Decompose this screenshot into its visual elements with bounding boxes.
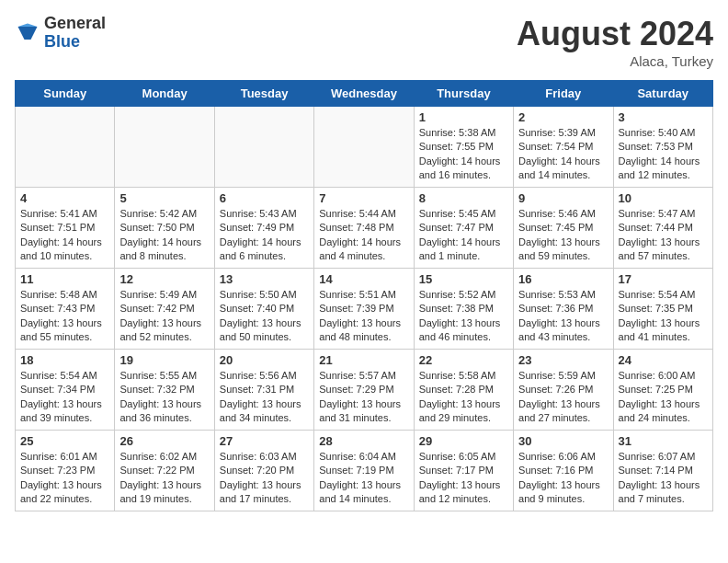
calendar-cell: 29Sunrise: 6:05 AM Sunset: 7:17 PM Dayli… bbox=[414, 431, 513, 511]
calendar-cell: 19Sunrise: 5:55 AM Sunset: 7:32 PM Dayli… bbox=[115, 350, 214, 431]
day-number: 6 bbox=[220, 191, 309, 205]
day-info: Sunrise: 5:39 AM Sunset: 7:54 PM Dayligh… bbox=[518, 126, 608, 183]
day-info: Sunrise: 5:56 AM Sunset: 7:31 PM Dayligh… bbox=[220, 369, 309, 426]
calendar-cell: 27Sunrise: 6:03 AM Sunset: 7:20 PM Dayli… bbox=[214, 431, 313, 511]
calendar-cell: 4Sunrise: 5:41 AM Sunset: 7:51 PM Daylig… bbox=[16, 188, 115, 269]
calendar-cell: 30Sunrise: 6:06 AM Sunset: 7:16 PM Dayli… bbox=[514, 431, 613, 511]
calendar-table: SundayMondayTuesdayWednesdayThursdayFrid… bbox=[15, 80, 713, 511]
day-info: Sunrise: 6:06 AM Sunset: 7:16 PM Dayligh… bbox=[518, 450, 608, 507]
day-info: Sunrise: 5:59 AM Sunset: 7:26 PM Dayligh… bbox=[518, 369, 608, 426]
day-info: Sunrise: 5:55 AM Sunset: 7:32 PM Dayligh… bbox=[119, 369, 209, 426]
calendar-cell bbox=[16, 107, 115, 188]
day-number: 15 bbox=[419, 272, 508, 286]
week-row-4: 18Sunrise: 5:54 AM Sunset: 7:34 PM Dayli… bbox=[16, 350, 713, 431]
weekday-header-saturday: Saturday bbox=[613, 81, 712, 107]
day-number: 27 bbox=[220, 434, 309, 448]
day-info: Sunrise: 5:44 AM Sunset: 7:48 PM Dayligh… bbox=[319, 207, 408, 264]
day-info: Sunrise: 5:38 AM Sunset: 7:55 PM Dayligh… bbox=[419, 126, 508, 183]
day-number: 28 bbox=[319, 434, 408, 448]
day-number: 31 bbox=[619, 434, 708, 448]
day-info: Sunrise: 6:00 AM Sunset: 7:25 PM Dayligh… bbox=[619, 369, 708, 426]
calendar-cell: 26Sunrise: 6:02 AM Sunset: 7:22 PM Dayli… bbox=[115, 431, 214, 511]
day-info: Sunrise: 5:49 AM Sunset: 7:42 PM Dayligh… bbox=[119, 288, 209, 345]
calendar-cell: 20Sunrise: 5:56 AM Sunset: 7:31 PM Dayli… bbox=[214, 350, 313, 431]
day-info: Sunrise: 5:41 AM Sunset: 7:51 PM Dayligh… bbox=[20, 207, 109, 264]
day-number: 20 bbox=[220, 353, 309, 367]
day-number: 24 bbox=[619, 353, 708, 367]
calendar-cell: 18Sunrise: 5:54 AM Sunset: 7:34 PM Dayli… bbox=[16, 350, 115, 431]
day-info: Sunrise: 5:48 AM Sunset: 7:43 PM Dayligh… bbox=[20, 288, 109, 345]
day-number: 17 bbox=[619, 272, 708, 286]
weekday-header-friday: Friday bbox=[514, 81, 613, 107]
calendar-cell: 25Sunrise: 6:01 AM Sunset: 7:23 PM Dayli… bbox=[16, 431, 115, 511]
calendar-cell: 2Sunrise: 5:39 AM Sunset: 7:54 PM Daylig… bbox=[514, 107, 613, 188]
calendar-cell: 16Sunrise: 5:53 AM Sunset: 7:36 PM Dayli… bbox=[514, 269, 613, 350]
calendar-cell: 15Sunrise: 5:52 AM Sunset: 7:38 PM Dayli… bbox=[414, 269, 513, 350]
weekday-header-monday: Monday bbox=[115, 81, 214, 107]
calendar-cell: 1Sunrise: 5:38 AM Sunset: 7:55 PM Daylig… bbox=[414, 107, 513, 188]
day-number: 4 bbox=[20, 191, 109, 205]
day-number: 13 bbox=[220, 272, 309, 286]
day-number: 19 bbox=[119, 353, 209, 367]
day-number: 1 bbox=[419, 110, 508, 124]
calendar-cell bbox=[214, 107, 313, 188]
day-number: 7 bbox=[319, 191, 408, 205]
week-row-2: 4Sunrise: 5:41 AM Sunset: 7:51 PM Daylig… bbox=[16, 188, 713, 269]
calendar-cell: 23Sunrise: 5:59 AM Sunset: 7:26 PM Dayli… bbox=[514, 350, 613, 431]
day-info: Sunrise: 6:03 AM Sunset: 7:20 PM Dayligh… bbox=[220, 450, 309, 507]
weekday-header-sunday: Sunday bbox=[16, 81, 115, 107]
calendar-cell bbox=[115, 107, 214, 188]
calendar-cell: 28Sunrise: 6:04 AM Sunset: 7:19 PM Dayli… bbox=[314, 431, 414, 511]
day-info: Sunrise: 5:52 AM Sunset: 7:38 PM Dayligh… bbox=[419, 288, 508, 345]
weekday-header-thursday: Thursday bbox=[414, 81, 513, 107]
day-info: Sunrise: 6:05 AM Sunset: 7:17 PM Dayligh… bbox=[419, 450, 508, 507]
calendar-cell: 5Sunrise: 5:42 AM Sunset: 7:50 PM Daylig… bbox=[115, 188, 214, 269]
calendar-cell: 22Sunrise: 5:58 AM Sunset: 7:28 PM Dayli… bbox=[414, 350, 513, 431]
day-number: 10 bbox=[619, 191, 708, 205]
calendar-cell bbox=[314, 107, 414, 188]
day-number: 3 bbox=[619, 110, 708, 124]
day-number: 12 bbox=[119, 272, 209, 286]
day-info: Sunrise: 5:47 AM Sunset: 7:44 PM Dayligh… bbox=[619, 207, 708, 264]
day-number: 22 bbox=[419, 353, 508, 367]
day-info: Sunrise: 5:43 AM Sunset: 7:49 PM Dayligh… bbox=[220, 207, 309, 264]
day-info: Sunrise: 5:54 AM Sunset: 7:35 PM Dayligh… bbox=[619, 288, 708, 345]
calendar-cell: 9Sunrise: 5:46 AM Sunset: 7:45 PM Daylig… bbox=[514, 188, 613, 269]
calendar-cell: 6Sunrise: 5:43 AM Sunset: 7:49 PM Daylig… bbox=[214, 188, 313, 269]
day-info: Sunrise: 5:42 AM Sunset: 7:50 PM Dayligh… bbox=[119, 207, 209, 264]
calendar-cell: 24Sunrise: 6:00 AM Sunset: 7:25 PM Dayli… bbox=[613, 350, 712, 431]
calendar-cell: 17Sunrise: 5:54 AM Sunset: 7:35 PM Dayli… bbox=[613, 269, 712, 350]
calendar-cell: 13Sunrise: 5:50 AM Sunset: 7:40 PM Dayli… bbox=[214, 269, 313, 350]
day-number: 16 bbox=[518, 272, 608, 286]
week-row-1: 1Sunrise: 5:38 AM Sunset: 7:55 PM Daylig… bbox=[16, 107, 713, 188]
page-header: General Blue August 2024 Alaca, Turkey bbox=[15, 15, 713, 69]
weekday-header-wednesday: Wednesday bbox=[314, 81, 414, 107]
day-info: Sunrise: 5:45 AM Sunset: 7:47 PM Dayligh… bbox=[419, 207, 508, 264]
day-number: 2 bbox=[518, 110, 608, 124]
day-number: 18 bbox=[20, 353, 109, 367]
week-row-5: 25Sunrise: 6:01 AM Sunset: 7:23 PM Dayli… bbox=[16, 431, 713, 511]
svg-marker-0 bbox=[18, 27, 38, 40]
week-row-3: 11Sunrise: 5:48 AM Sunset: 7:43 PM Dayli… bbox=[16, 269, 713, 350]
logo-text: General Blue bbox=[44, 15, 106, 52]
calendar-cell: 14Sunrise: 5:51 AM Sunset: 7:39 PM Dayli… bbox=[314, 269, 414, 350]
day-number: 5 bbox=[119, 191, 209, 205]
logo-blue-text: Blue bbox=[44, 33, 106, 52]
calendar-cell: 12Sunrise: 5:49 AM Sunset: 7:42 PM Dayli… bbox=[115, 269, 214, 350]
calendar-cell: 11Sunrise: 5:48 AM Sunset: 7:43 PM Dayli… bbox=[16, 269, 115, 350]
day-number: 23 bbox=[518, 353, 608, 367]
weekday-header-tuesday: Tuesday bbox=[214, 81, 313, 107]
calendar-cell: 21Sunrise: 5:57 AM Sunset: 7:29 PM Dayli… bbox=[314, 350, 414, 431]
day-number: 11 bbox=[20, 272, 109, 286]
calendar-cell: 3Sunrise: 5:40 AM Sunset: 7:53 PM Daylig… bbox=[613, 107, 712, 188]
day-number: 14 bbox=[319, 272, 408, 286]
day-info: Sunrise: 5:40 AM Sunset: 7:53 PM Dayligh… bbox=[619, 126, 708, 183]
day-number: 30 bbox=[518, 434, 608, 448]
day-info: Sunrise: 5:51 AM Sunset: 7:39 PM Dayligh… bbox=[319, 288, 408, 345]
calendar-cell: 10Sunrise: 5:47 AM Sunset: 7:44 PM Dayli… bbox=[613, 188, 712, 269]
day-info: Sunrise: 5:53 AM Sunset: 7:36 PM Dayligh… bbox=[518, 288, 608, 345]
logo-icon bbox=[15, 20, 40, 46]
calendar-cell: 31Sunrise: 6:07 AM Sunset: 7:14 PM Dayli… bbox=[613, 431, 712, 511]
calendar-cell: 7Sunrise: 5:44 AM Sunset: 7:48 PM Daylig… bbox=[314, 188, 414, 269]
weekday-header-row: SundayMondayTuesdayWednesdayThursdayFrid… bbox=[16, 81, 713, 107]
